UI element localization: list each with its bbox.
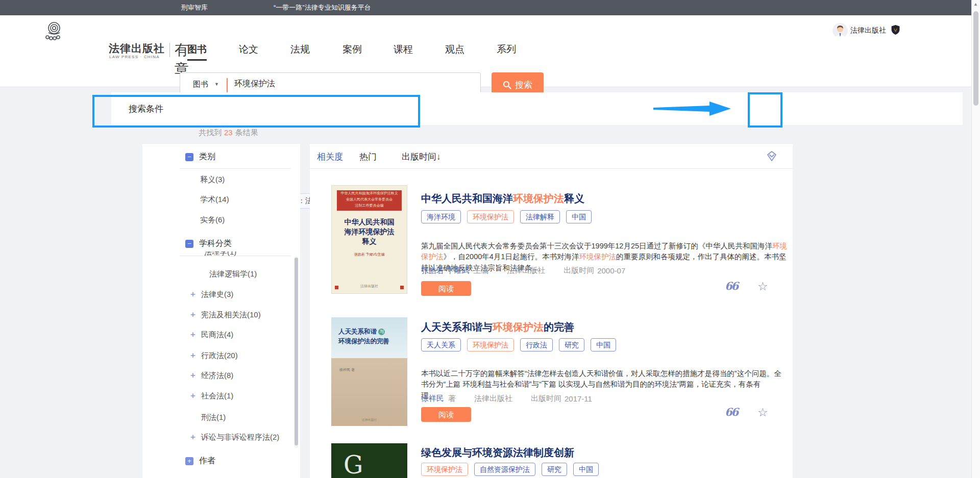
topbar-link-belt-road[interactable]: “一带一路”法律专业知识服务平台 — [274, 0, 371, 15]
nav-tab-cases[interactable]: 案例 — [342, 43, 362, 56]
sidebar-item-shiyi[interactable]: 释义(3) — [200, 175, 225, 185]
sidebar-item-falixue[interactable]: 法理学(1) — [204, 251, 286, 256]
star-favorite-icon[interactable]: ☆ — [757, 406, 768, 419]
book-tag[interactable]: 自然资源保护法 — [474, 463, 535, 476]
read-button[interactable]: 阅读 — [421, 407, 471, 422]
quote-icon[interactable]: 66 — [725, 406, 738, 418]
book-tag[interactable]: 中国 — [566, 210, 592, 223]
result-summary-prefix: 共找到 — [199, 128, 222, 137]
section-subject[interactable]: − 学科分类 — [185, 238, 232, 249]
book-title[interactable]: 绿色发展与环境资源法律制度创新 — [421, 446, 574, 460]
nav-tab-regulations[interactable]: 法规 — [290, 43, 310, 56]
book-title[interactable]: 中华人民共和国海洋环境保护法释义 — [421, 192, 584, 206]
book-tag[interactable]: 研究 — [542, 463, 567, 476]
book-cover[interactable]: 中华人民共和国海洋环境保护法释义 全国人民代表大会常务委员会 法制工作委员会编 … — [331, 185, 407, 294]
section-subject-label: 学科分类 — [199, 238, 232, 249]
chevron-down-icon[interactable]: ▼ — [214, 82, 219, 87]
book-tag[interactable]: 环境保护法 — [467, 338, 514, 351]
expand-icon[interactable]: + — [185, 457, 193, 465]
search-button-label: 搜索 — [515, 79, 532, 91]
book-tag[interactable]: 环境保护法 — [421, 463, 468, 476]
collapse-icon[interactable]: − — [185, 153, 193, 161]
book-cover[interactable]: G — [331, 443, 407, 478]
section-category[interactable]: − 类别 — [185, 152, 215, 162]
book-tags: 海洋环境 环境保护法 法律解释 中国 — [421, 210, 592, 223]
collapse-icon[interactable]: − — [185, 240, 193, 248]
nav-tab-courses[interactable]: 课程 — [394, 43, 413, 56]
book-tag[interactable]: 研究 — [559, 338, 584, 351]
cover-title-line: 环境保护法的完善 — [338, 337, 389, 346]
sidebar-item-label: 经济法(8) — [201, 371, 233, 381]
sidebar-item-xingzhengfa[interactable]: + 行政法(20) — [190, 351, 238, 361]
topbar-link-xingshen[interactable]: 刑审智库 — [181, 0, 208, 15]
sidebar-item-falvshi[interactable]: + 法律史(3) — [190, 290, 233, 299]
sidebar-item-xianfa[interactable]: + 宪法及相关法(10) — [190, 310, 261, 320]
sidebar-item-clipped[interactable]: 法理学(1) — [204, 251, 286, 256]
book-tag[interactable]: 法律解释 — [520, 210, 560, 223]
result-summary-suffix: 条结果 — [235, 128, 258, 137]
page-scrollbar-thumb[interactable] — [973, 11, 978, 106]
book-authors[interactable]: 张皓若 卞耀武 — [421, 266, 469, 275]
result-count: 23 — [224, 128, 233, 137]
sidebar-item-minshangfa[interactable]: + 民商法(4) — [190, 330, 233, 340]
annotation-arrow — [649, 100, 736, 118]
sidebar-scrollbar-thumb[interactable] — [295, 258, 298, 445]
nav-active-underline — [187, 59, 207, 61]
quote-icon[interactable]: 66 — [725, 280, 738, 292]
nav-tab-papers[interactable]: 论文 — [239, 43, 258, 56]
plus-icon[interactable]: + — [190, 310, 201, 320]
book-tag[interactable]: 行政法 — [520, 338, 553, 351]
nav-tab-opinions[interactable]: 观点 — [445, 43, 464, 56]
book-tag[interactable]: 中国 — [591, 338, 616, 351]
sidebar-item-shiwu[interactable]: 实务(6) — [200, 215, 225, 225]
sidebar-item-xingfa[interactable]: 刑法(1) — [201, 413, 226, 422]
star-favorite-icon[interactable]: ☆ — [757, 280, 768, 293]
plus-icon[interactable]: + — [190, 351, 201, 361]
plus-icon[interactable]: + — [190, 391, 201, 401]
sort-popular[interactable]: 热门 — [359, 151, 377, 163]
logo[interactable]: 法律出版社 LAW PRESS · CHINA 有章 — [43, 19, 197, 50]
book-cover[interactable]: 人天关系和谐 与 环境保护法的完善 徐祥民 著 法律出版社 — [331, 317, 407, 426]
filter-gem-icon[interactable] — [766, 150, 778, 162]
section-author[interactable]: + 作者 — [185, 456, 215, 466]
nav-tab-books[interactable]: 图书 — [187, 43, 207, 56]
nav-tab-series[interactable]: 系列 — [497, 43, 516, 56]
book-authors[interactable]: 徐祥民 — [421, 394, 444, 404]
scrollbar-up-arrow[interactable]: ▲ — [973, 2, 978, 7]
read-button[interactable]: 阅读 — [421, 281, 471, 296]
sort-pubdate[interactable]: 出版时间↓ — [402, 151, 441, 163]
sidebar-item-label: 诉讼与非诉讼程序法(2) — [201, 433, 279, 442]
sidebar-item-falvluojixue[interactable]: 法律逻辑学(1) — [209, 269, 257, 279]
sidebar-item-label: 民商法(4) — [201, 330, 233, 340]
book-title[interactable]: 人天关系和谐与环境保护法的完善 — [421, 320, 574, 334]
plus-icon[interactable]: + — [190, 330, 201, 340]
sidebar-item-shehuifa[interactable]: + 社会法(1) — [190, 391, 233, 401]
sidebar-item-jingjifa[interactable]: + 经济法(8) — [190, 371, 233, 381]
search-input[interactable]: 环境保护法 — [234, 79, 275, 89]
vip-badge-icon: V — [891, 24, 900, 35]
book-title-text: 人天关系和谐与 — [421, 321, 493, 333]
plus-icon[interactable]: + — [190, 433, 201, 442]
book-title-highlight: 环境保护法 — [513, 193, 564, 204]
book-byline: 张皓若 卞耀武 主编 法律出版社 出版时间 2000-07 — [421, 266, 625, 275]
book-title-text: 释义 — [564, 193, 584, 204]
book-tag[interactable]: 中国 — [573, 463, 599, 476]
sidebar-item-susong[interactable]: + 诉讼与非诉讼程序法(2) — [190, 433, 279, 442]
user-menu[interactable]: 法律出版社 V — [832, 23, 909, 39]
book-pubdate: 2017-11 — [565, 394, 592, 403]
search-category-select[interactable]: 图书 — [193, 80, 208, 89]
book-publisher: 法律出版社 — [507, 266, 545, 275]
search-icon — [503, 81, 511, 89]
sort-pubdate-label: 出版时间 — [402, 152, 436, 162]
sidebar-item-xueshu[interactable]: 学术(14) — [200, 195, 229, 205]
book-byline: 徐祥民 著 法律出版社 出版时间 2017-11 — [421, 394, 592, 404]
book-publisher: 法律出版社 — [474, 394, 512, 404]
annotation-box-search-conditions — [92, 95, 420, 128]
book-tag[interactable]: 天人关系 — [421, 338, 461, 351]
plus-icon[interactable]: + — [190, 290, 201, 299]
plus-icon[interactable]: + — [190, 371, 201, 381]
book-tag[interactable]: 海洋环境 — [421, 210, 461, 223]
sort-relevance[interactable]: 相关度 — [317, 151, 343, 163]
book-title-text: 绿色发展与环境资源法律制度创新 — [421, 447, 574, 458]
book-tag[interactable]: 环境保护法 — [467, 210, 514, 223]
